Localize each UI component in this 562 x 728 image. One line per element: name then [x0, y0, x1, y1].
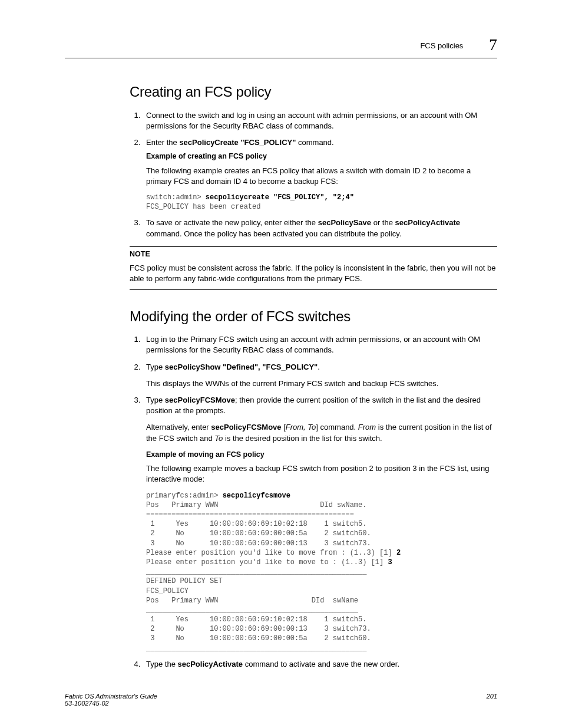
note-body: FCS policy must be consistent across the… [130, 263, 497, 284]
page: FCS policies 7 Creating an FCS policy Co… [0, 0, 562, 728]
main-content: Creating an FCS policy Connect to the sw… [130, 82, 497, 670]
step-item: Enter the secPolicyCreate "FCS_POLICY" c… [143, 137, 497, 212]
text: [ [282, 423, 286, 431]
page-number: 201 [487, 693, 497, 707]
code-command: secpolicyfcsmove [223, 492, 290, 500]
chapter-number: 7 [489, 35, 497, 54]
example-heading: Example of creating an FCS policy [146, 151, 497, 162]
code-input: 2 [396, 549, 401, 557]
step-text-pre: To save or activate the new policy, ente… [146, 218, 318, 227]
arg-text: From [358, 423, 376, 431]
arg-text: From, To [286, 423, 316, 431]
example-heading: Example of moving an FCS policy [146, 450, 497, 460]
step-item: Connect to the switch and log in using a… [143, 110, 497, 131]
step-item: To save or activate the new policy, ente… [143, 218, 497, 239]
example-intro: The following example moves a backup FCS… [146, 463, 497, 485]
running-header: FCS policies 7 [65, 35, 497, 54]
step-item: Type secPolicyShow "Defined", "FCS_POLIC… [143, 362, 497, 389]
code-prompt: switch:admin> [146, 193, 206, 202]
command-text: secPolicyCreate "FCS_POLICY" [179, 138, 296, 147]
note-label: NOTE [130, 249, 497, 260]
step-text: Connect to the switch and log in using a… [146, 111, 477, 130]
step-text: Log in to the Primary FCS switch using a… [146, 335, 480, 354]
step-description: This displays the WWNs of the current Pr… [146, 378, 497, 389]
step-text-post: command to activate and save the new ord… [243, 660, 399, 668]
section-heading-creating: Creating an FCS policy [130, 82, 497, 102]
page-footer: Fabric OS Administrator's Guide 53-10027… [65, 693, 497, 707]
code-command: secpolicycreate "FCS_POLICY", "2;4" [206, 193, 354, 202]
note-rule-top [130, 246, 497, 247]
code-body: Please enter position you'd like to move… [146, 558, 388, 566]
step-text-post: command. Once the policy has been activa… [146, 229, 401, 238]
step-text-post: command. [296, 138, 333, 147]
text: Alternatively, enter [146, 423, 211, 431]
note-rule-bottom [130, 289, 497, 290]
step-text-post: . [318, 363, 320, 371]
running-title: FCS policies [420, 41, 463, 50]
code-prompt: primaryfcs:admin> [146, 492, 223, 500]
book-title: Fabric OS Administrator's Guide [65, 693, 157, 700]
code-body: ________________________________________… [146, 568, 371, 653]
step-text-pre: Type the [146, 660, 177, 668]
step-item: Type secPolicyFCSMove; then provide the … [143, 395, 497, 653]
code-output: FCS_POLICY has been created [146, 203, 260, 211]
header-rule [65, 58, 497, 58]
step-text-pre: Type [146, 363, 165, 371]
example-intro: The following example creates an FCS pol… [146, 166, 497, 187]
text: is the desired position in the list for … [223, 434, 382, 443]
step-text-mid: or the [371, 218, 395, 227]
steps-list-2: Log in to the Primary FCS switch using a… [130, 334, 497, 670]
command-text: secPolicyFCSMove [211, 423, 281, 431]
section-heading-modifying: Modifying the order of FCS switches [130, 307, 497, 327]
footer-left: Fabric OS Administrator's Guide 53-10027… [65, 693, 157, 707]
step-item: Log in to the Primary FCS switch using a… [143, 334, 497, 355]
command-text: secPolicyFCSMove [165, 396, 235, 404]
command-text: secPolicySave [318, 218, 371, 227]
steps-list-1: Connect to the switch and log in using a… [130, 110, 497, 239]
step-text-pre: Enter the [146, 138, 179, 147]
code-input: 3 [388, 558, 392, 566]
code-block: switch:admin> secpolicycreate "FCS_POLIC… [146, 193, 497, 212]
step-text-pre: Type [146, 396, 165, 404]
step-alt-text: Alternatively, enter secPolicyFCSMove [F… [146, 422, 497, 443]
code-body: Pos Primary WWN DId swName. ============… [146, 501, 396, 557]
command-text: secPolicyShow "Defined", "FCS_POLICY" [165, 363, 318, 371]
command-text: secPolicyActivate [395, 218, 461, 227]
doc-number: 53-1002745-02 [65, 700, 157, 707]
text: ] command. [316, 423, 358, 431]
command-text: secPolicyActivate [177, 660, 243, 668]
code-block: primaryfcs:admin> secpolicyfcsmove Pos P… [146, 491, 497, 653]
step-item: Type the secPolicyActivate command to ac… [143, 659, 497, 670]
arg-text: To [214, 434, 223, 443]
